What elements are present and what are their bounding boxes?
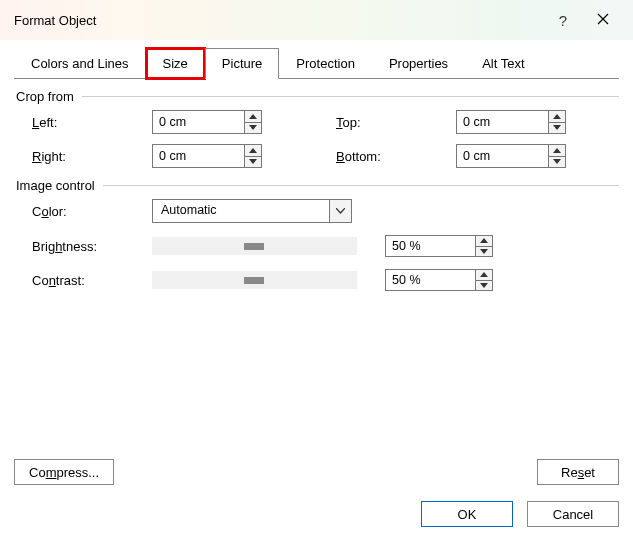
bottom-down-button[interactable] [549, 156, 565, 168]
top-down-button[interactable] [549, 122, 565, 134]
chevron-up-icon [249, 148, 257, 153]
cancel-button[interactable]: Cancel [527, 501, 619, 527]
brightness-input[interactable] [386, 236, 475, 256]
chevron-down-icon [249, 159, 257, 164]
tab-colors-lines[interactable]: Colors and Lines [14, 48, 146, 79]
color-combo[interactable]: Automatic [152, 199, 352, 223]
top-label: Top: [336, 115, 456, 130]
brightness-up-button[interactable] [476, 236, 492, 246]
right-spinner[interactable] [152, 144, 262, 168]
tab-alt-text[interactable]: Alt Text [465, 48, 541, 79]
group-image-control: Image control [16, 178, 619, 193]
chevron-up-icon [553, 148, 561, 153]
right-up-button[interactable] [245, 145, 261, 156]
brightness-slider-thumb[interactable] [244, 243, 264, 250]
color-value: Automatic [153, 200, 329, 222]
tab-properties[interactable]: Properties [372, 48, 465, 79]
left-spinner[interactable] [152, 110, 262, 134]
bottom-input[interactable] [457, 145, 548, 167]
group-crop-from: Crop from [16, 89, 619, 104]
chevron-down-icon [553, 125, 561, 130]
chevron-down-icon [480, 283, 488, 288]
bottom-spinner[interactable] [456, 144, 566, 168]
chevron-up-icon [553, 114, 561, 119]
chevron-up-icon [480, 238, 488, 243]
chevron-up-icon [480, 272, 488, 277]
help-button[interactable]: ? [543, 12, 583, 29]
left-down-button[interactable] [245, 122, 261, 134]
right-down-button[interactable] [245, 156, 261, 168]
tab-size[interactable]: Size [146, 48, 205, 79]
contrast-down-button[interactable] [476, 280, 492, 291]
bottom-up-button[interactable] [549, 145, 565, 156]
chevron-down-icon [480, 249, 488, 254]
close-button[interactable] [583, 12, 623, 28]
brightness-spinner[interactable] [385, 235, 493, 257]
contrast-label: Contrast: [32, 273, 152, 288]
close-icon [597, 13, 609, 25]
chevron-down-icon [249, 125, 257, 130]
contrast-up-button[interactable] [476, 270, 492, 280]
reset-button[interactable]: Reset [537, 459, 619, 485]
top-input[interactable] [457, 111, 548, 133]
brightness-down-button[interactable] [476, 246, 492, 257]
color-label: Color: [32, 204, 152, 219]
bottom-label: Bottom: [336, 149, 456, 164]
color-dropdown-button[interactable] [329, 200, 351, 222]
ok-button[interactable]: OK [421, 501, 513, 527]
contrast-spinner[interactable] [385, 269, 493, 291]
titlebar: Format Object ? [0, 0, 633, 40]
brightness-slider[interactable] [152, 237, 357, 255]
window-title: Format Object [14, 13, 96, 28]
chevron-up-icon [249, 114, 257, 119]
crop-from-label: Crop from [16, 89, 74, 104]
right-input[interactable] [153, 145, 244, 167]
top-up-button[interactable] [549, 111, 565, 122]
chevron-down-icon [336, 208, 345, 214]
left-label: Left: [32, 115, 152, 130]
left-input[interactable] [153, 111, 244, 133]
brightness-label: Brightness: [32, 239, 152, 254]
tab-protection[interactable]: Protection [279, 48, 372, 79]
contrast-input[interactable] [386, 270, 475, 290]
contrast-slider-thumb[interactable] [244, 277, 264, 284]
right-label: Right: [32, 149, 152, 164]
tab-picture[interactable]: Picture [205, 48, 279, 79]
tab-bar: Colors and Lines Size Picture Protection… [14, 48, 619, 79]
chevron-down-icon [553, 159, 561, 164]
left-up-button[interactable] [245, 111, 261, 122]
compress-button[interactable]: Compress... [14, 459, 114, 485]
top-spinner[interactable] [456, 110, 566, 134]
image-control-label: Image control [16, 178, 95, 193]
contrast-slider[interactable] [152, 271, 357, 289]
